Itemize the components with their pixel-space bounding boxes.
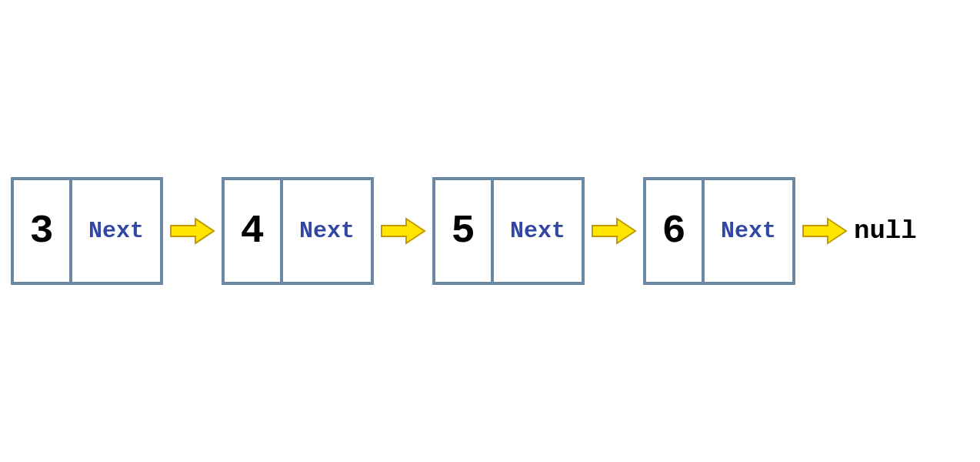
svg-marker-0 xyxy=(171,219,214,243)
node-value: 5 xyxy=(451,209,475,254)
arrow-right-icon xyxy=(374,177,432,285)
node-pointer-cell: Next xyxy=(72,177,163,285)
node-pointer-label: Next xyxy=(88,218,144,244)
list-terminator: null xyxy=(854,177,917,285)
svg-marker-1 xyxy=(382,219,425,243)
terminator-label: null xyxy=(854,216,917,246)
node-pointer-cell: Next xyxy=(494,177,585,285)
node-pointer-label: Next xyxy=(299,218,355,244)
list-node: 3 Next xyxy=(11,177,163,285)
node-pointer-label: Next xyxy=(510,218,565,244)
linked-list-diagram: 3 Next 4 Next 5 Next xyxy=(11,177,917,285)
node-value-cell: 3 xyxy=(11,177,72,285)
node-pointer-cell: Next xyxy=(283,177,374,285)
svg-marker-3 xyxy=(803,219,846,243)
list-node: 4 Next xyxy=(222,177,374,285)
arrow-right-icon xyxy=(795,177,854,285)
node-value: 4 xyxy=(240,209,264,254)
svg-marker-2 xyxy=(592,219,635,243)
node-value: 3 xyxy=(29,209,53,254)
list-node: 5 Next xyxy=(432,177,585,285)
node-pointer-cell: Next xyxy=(705,177,795,285)
arrow-right-icon xyxy=(585,177,643,285)
arrow-right-icon xyxy=(163,177,222,285)
node-value: 6 xyxy=(662,209,685,254)
list-node: 6 Next xyxy=(643,177,795,285)
node-value-cell: 6 xyxy=(643,177,705,285)
node-pointer-label: Next xyxy=(721,218,776,244)
node-value-cell: 5 xyxy=(432,177,494,285)
node-value-cell: 4 xyxy=(222,177,283,285)
